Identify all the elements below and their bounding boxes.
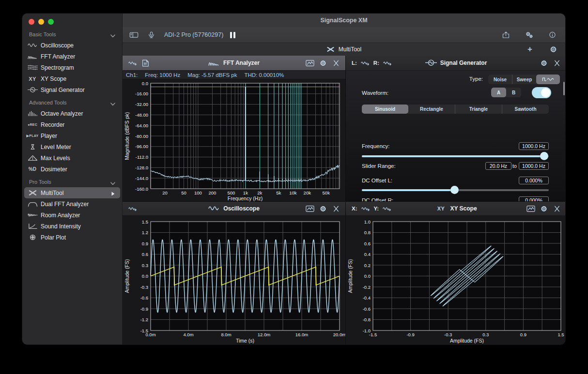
oscilloscope-chart[interactable]: 1.51.20.90.60.30.0-0.3-0.6-0.9-1.2-1.50.… xyxy=(123,216,345,344)
shape-option-sinusoid[interactable]: Sinusoid xyxy=(362,105,408,114)
tab-settings-gear-icon[interactable] xyxy=(547,45,559,54)
pause-button[interactable] xyxy=(230,32,235,38)
sidebar-item-fft-analyzer[interactable]: FFT Analyzer xyxy=(24,51,120,62)
sidebar-item-dual-fft-analyzer[interactable]: Dual FFT Analyzer xyxy=(24,198,120,209)
frequency-value-field[interactable]: 1000.0 Hz xyxy=(519,142,549,150)
sidebar-item-max-levels[interactable]: Max Levels xyxy=(24,152,120,164)
x-channel-wave-icon[interactable] xyxy=(361,205,370,212)
svg-text:0.4: 0.4 xyxy=(364,252,371,257)
svg-text:50k: 50k xyxy=(323,190,330,195)
type-option-pulsewave[interactable] xyxy=(536,75,560,84)
siggen-close-icon[interactable] xyxy=(553,60,561,67)
dc-offset-l-slider[interactable] xyxy=(362,186,549,194)
dc-offset-r-field[interactable]: 0.000% xyxy=(519,196,549,201)
chart-view-icon[interactable] xyxy=(306,60,314,67)
frequency-slider-thumb[interactable] xyxy=(540,152,548,160)
detach-play-icon[interactable] xyxy=(111,191,115,195)
xy-chart-view-icon[interactable] xyxy=(526,205,535,212)
sidebar-item-oscilloscope[interactable]: Oscilloscope xyxy=(24,40,120,51)
sidebar-item-dosimeter[interactable]: %DDosimeter xyxy=(24,164,120,175)
readout-magnitude: Mag: -5.57 dBFS pk xyxy=(187,72,237,78)
flask-icon xyxy=(24,144,41,150)
sidebar-section-advanced-tools[interactable]: Advanced Tools xyxy=(22,97,122,108)
slider-range-to-field[interactable]: 1000.0 Hz xyxy=(519,162,549,170)
fft-settings-gear-icon[interactable] xyxy=(319,60,327,67)
svg-text:0.6: 0.6 xyxy=(142,252,148,257)
svg-text:8.0m: 8.0m xyxy=(221,332,231,337)
svg-text:12.0m: 12.0m xyxy=(258,332,270,337)
add-tab-icon[interactable]: + xyxy=(524,45,536,54)
svg-text:20: 20 xyxy=(162,190,168,195)
frequency-slider[interactable] xyxy=(362,152,549,160)
info-icon[interactable] xyxy=(546,30,558,40)
svg-text:0.6: 0.6 xyxy=(364,241,371,246)
shape-segmented-control: SinusoidRectangleTriangleSawtooth xyxy=(362,105,549,114)
svg-text:-0.4: -0.4 xyxy=(363,295,371,300)
scope-input-signal-icon[interactable] xyxy=(128,205,137,212)
multitool-icon xyxy=(326,46,335,53)
share-icon[interactable] xyxy=(499,30,512,40)
microphone-icon[interactable] xyxy=(145,30,157,40)
oscilloscope-header: Oscilloscope xyxy=(123,202,345,216)
spectrogram-icon xyxy=(24,64,41,71)
gears-icon[interactable] xyxy=(523,30,535,40)
left-channel-wave-icon[interactable] xyxy=(361,60,370,67)
scope-settings-gear-icon[interactable] xyxy=(319,205,327,212)
sidebar-item-sound-intensity[interactable]: Sound Intensity xyxy=(24,221,120,232)
sidebar-item-label: Octave Analyzer xyxy=(41,110,83,117)
svg-text:200: 200 xyxy=(208,190,216,195)
sidebar-item-player[interactable]: ▶PLAYPlayer xyxy=(24,130,120,141)
scope-close-icon[interactable] xyxy=(332,205,340,212)
snapshot-document-icon[interactable] xyxy=(141,60,150,67)
waveform-option-a[interactable]: A xyxy=(491,88,506,97)
y-channel-wave-icon[interactable] xyxy=(383,205,391,212)
sidebar-item-recorder[interactable]: ●RECRecorder xyxy=(24,119,120,130)
zoom-window-button[interactable] xyxy=(48,19,54,25)
svg-text:1k: 1k xyxy=(243,190,248,195)
xy-settings-gear-icon[interactable] xyxy=(540,205,548,212)
shape-option-sawtooth[interactable]: Sawtooth xyxy=(502,105,549,114)
type-option-sweep[interactable]: Sweep xyxy=(512,75,536,84)
svg-text:-112.0: -112.0 xyxy=(136,154,148,160)
sidebar-section-basic-tools[interactable]: Basic Tools xyxy=(22,29,122,40)
device-selector[interactable]: ADI-2 Pro (57760297) xyxy=(164,31,223,38)
sidebar-item-room-analyzer[interactable]: Room Analyzer xyxy=(24,209,120,221)
sidebar: Basic ToolsOscilloscopeFFT AnalyzerSpect… xyxy=(22,14,123,344)
sidebar-item-label: Recorder xyxy=(41,121,64,128)
tab-multitool[interactable]: MultiTool xyxy=(339,46,361,53)
sidebar-item-xy-scope[interactable]: XYXY Scope xyxy=(24,73,120,84)
close-window-button[interactable] xyxy=(29,19,34,25)
sidebar-item-signal-generator[interactable]: Signal Generator xyxy=(24,84,120,95)
sidebar-item-octave-analyzer[interactable]: Octave Analyzer xyxy=(24,108,120,119)
fft-close-icon[interactable] xyxy=(332,60,340,67)
right-channel-wave-icon[interactable] xyxy=(383,60,392,67)
sidebar-section-pro-tools[interactable]: Pro Tools xyxy=(22,177,122,187)
scope-chart-view-icon[interactable] xyxy=(306,205,314,212)
shape-option-rectangle[interactable]: Rectangle xyxy=(408,105,455,114)
sidebar-toggle-icon[interactable] xyxy=(127,30,140,40)
sidebar-item-multitool[interactable]: MultiTool xyxy=(24,187,120,198)
minimize-window-button[interactable] xyxy=(38,19,44,25)
multitool-content: FFT Analyzer Ch1: Freq: 1000 Hz Mag: -5.… xyxy=(123,56,565,344)
svg-text:1.5: 1.5 xyxy=(557,332,564,337)
svg-text:Amplitude (FS): Amplitude (FS) xyxy=(450,338,484,344)
sidebar-item-spectrogram[interactable]: Spectrogram xyxy=(24,62,120,73)
dc-offset-l-field[interactable]: 0.000% xyxy=(519,177,549,184)
dc-offset-l-slider-thumb[interactable] xyxy=(450,186,459,194)
shape-option-triangle[interactable]: Triangle xyxy=(455,105,502,114)
input-signal-icon[interactable] xyxy=(128,60,137,67)
output-toggle[interactable] xyxy=(532,87,551,98)
slider-range-from-field[interactable]: 20.0 Hz xyxy=(485,162,511,170)
fft-chart[interactable]: 0.0-16.00-32.00-48.00-64.00-80.00-96.00-… xyxy=(123,79,345,201)
sidebar-item-polar-plot[interactable]: Polar Plot xyxy=(24,232,120,243)
fft-panel-header: FFT Analyzer xyxy=(123,56,345,71)
dc-offset-l-label: DC Offset L: xyxy=(362,178,392,183)
xy-close-icon[interactable] xyxy=(553,205,561,212)
sidebar-item-level-meter[interactable]: Level Meter xyxy=(24,141,120,152)
octave-icon xyxy=(24,110,41,117)
scrollbar-thumb[interactable] xyxy=(563,82,565,95)
type-option-noise[interactable]: Noise xyxy=(488,75,512,84)
waveform-option-b[interactable]: B xyxy=(506,88,521,97)
xy-chart[interactable]: 1.00.80.60.40.20.0-0.2-0.4-0.6-0.8-1.0-1… xyxy=(346,216,565,344)
siggen-settings-gear-icon[interactable] xyxy=(540,60,548,67)
